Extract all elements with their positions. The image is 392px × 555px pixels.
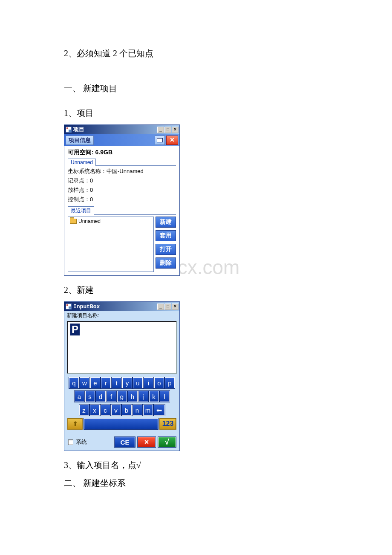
heading-2: 二、 新建坐标系 bbox=[64, 477, 328, 489]
key-p[interactable]: p bbox=[165, 377, 175, 388]
list-item[interactable]: Unnamed bbox=[70, 218, 152, 224]
key-n[interactable]: n bbox=[133, 405, 142, 416]
app-icon bbox=[66, 127, 72, 133]
keyboard-row-3: z x c v b n m ⬅ bbox=[68, 405, 176, 416]
disk-label: 可用空间: bbox=[68, 149, 94, 156]
key-y[interactable]: y bbox=[122, 377, 132, 388]
key-j[interactable]: j bbox=[138, 391, 148, 402]
close-button[interactable]: × bbox=[166, 136, 178, 145]
key-space[interactable] bbox=[84, 418, 158, 429]
key-i[interactable]: i bbox=[144, 377, 153, 388]
tab-recent[interactable]: 最近项目 bbox=[68, 206, 94, 215]
folder-icon bbox=[70, 219, 77, 224]
key-o[interactable]: o bbox=[154, 377, 164, 388]
key-q[interactable]: q bbox=[69, 377, 79, 388]
keyboard-footer: 系统 CE × √ bbox=[64, 435, 179, 451]
key-f[interactable]: f bbox=[107, 391, 116, 402]
app-icon bbox=[66, 304, 72, 309]
open-button[interactable]: 打开 bbox=[156, 244, 176, 255]
stake-points: 放样点：0 bbox=[68, 186, 176, 194]
subheading-2: 2、新建 bbox=[64, 283, 328, 296]
titlebar[interactable]: 项目 _ □ × bbox=[64, 125, 179, 134]
control-points: 控制点：0 bbox=[68, 196, 176, 203]
keyboard-row-2: a s d f g h j k l bbox=[68, 391, 176, 402]
disk-value: 6.9GB bbox=[95, 149, 112, 156]
minimize-button[interactable]: _ bbox=[157, 304, 164, 310]
minimize-button[interactable]: _ bbox=[157, 127, 164, 133]
record-points: 记录点：0 bbox=[68, 177, 176, 185]
key-z[interactable]: z bbox=[79, 405, 89, 416]
delete-button[interactable]: 删除 bbox=[156, 257, 176, 269]
apply-button[interactable]: 套用 bbox=[156, 230, 176, 241]
system-checkbox[interactable] bbox=[68, 439, 73, 445]
key-a[interactable]: a bbox=[75, 391, 84, 402]
toolbar: 项目信息 × bbox=[64, 134, 179, 146]
project-window: 项目 _ □ × 项目信息 × 可用空间: 6.9GB Unnamed 坐标系统… bbox=[64, 124, 180, 276]
recent-item-label: Unnamed bbox=[78, 218, 101, 224]
key-g[interactable]: g bbox=[117, 391, 127, 402]
cancel-button[interactable]: × bbox=[138, 437, 156, 447]
key-c[interactable]: c bbox=[101, 405, 110, 416]
key-r[interactable]: r bbox=[101, 377, 111, 388]
key-v[interactable]: v bbox=[111, 405, 121, 416]
heading-1: 一、 新建项目 bbox=[64, 82, 328, 95]
key-e[interactable]: e bbox=[90, 377, 100, 388]
key-s[interactable]: s bbox=[85, 391, 95, 402]
key-b[interactable]: b bbox=[122, 405, 132, 416]
project-info-button[interactable]: 项目信息 bbox=[66, 136, 94, 145]
subheading-1: 1、项目 bbox=[64, 107, 328, 119]
project-name-input[interactable]: P bbox=[67, 321, 177, 374]
maximize-button[interactable]: □ bbox=[164, 304, 171, 310]
titlebar[interactable]: InputBox _ □ × bbox=[64, 302, 179, 311]
key-x[interactable]: x bbox=[90, 405, 100, 416]
window-title: InputBox bbox=[73, 304, 157, 310]
close-window-button[interactable]: × bbox=[172, 304, 179, 310]
maximize-button[interactable]: □ bbox=[164, 127, 171, 133]
system-label: 系统 bbox=[76, 438, 112, 446]
key-d[interactable]: d bbox=[96, 391, 106, 402]
onscreen-keyboard: q w e r t y u i o p a s d f g h j k l z … bbox=[64, 377, 179, 435]
key-k[interactable]: k bbox=[149, 391, 159, 402]
keyboard-row-4: ⬆ 123 bbox=[68, 418, 176, 429]
new-button[interactable]: 新建 bbox=[156, 217, 176, 228]
tab-unnamed[interactable]: Unnamed bbox=[68, 159, 96, 166]
key-h[interactable]: h bbox=[128, 391, 138, 402]
coord-system-label: 坐标系统名称：中国-Unnamed bbox=[68, 168, 176, 175]
inputbox-window: InputBox _ □ × 新建项目名称: P q w e r t y u i… bbox=[64, 301, 180, 451]
subheading-3: 3、输入项目名，点√ bbox=[64, 459, 328, 471]
key-numeric-toggle[interactable]: 123 bbox=[160, 418, 176, 429]
prompt-label: 新建项目名称: bbox=[64, 311, 179, 320]
key-u[interactable]: u bbox=[133, 377, 143, 388]
ok-button[interactable]: √ bbox=[158, 437, 176, 447]
keyboard-row-1: q w e r t y u i o p bbox=[68, 377, 176, 388]
close-window-button[interactable]: × bbox=[172, 127, 179, 133]
key-w[interactable]: w bbox=[80, 377, 89, 388]
input-value: P bbox=[70, 324, 80, 335]
key-t[interactable]: t bbox=[112, 377, 121, 388]
key-backspace[interactable]: ⬅ bbox=[154, 405, 165, 416]
window-body: 可用空间: 6.9GB Unnamed 坐标系统名称：中国-Unnamed 记录… bbox=[64, 146, 179, 275]
key-l[interactable]: l bbox=[160, 391, 170, 402]
key-shift[interactable]: ⬆ bbox=[68, 418, 82, 429]
recent-project-list[interactable]: Unnamed bbox=[68, 217, 154, 272]
window-title: 项目 bbox=[73, 126, 157, 133]
clear-button[interactable]: CE bbox=[115, 437, 135, 447]
keyboard-icon[interactable] bbox=[155, 136, 165, 145]
key-m[interactable]: m bbox=[143, 405, 153, 416]
text-prereq: 2、必须知道 2 个已知点 bbox=[64, 47, 328, 60]
